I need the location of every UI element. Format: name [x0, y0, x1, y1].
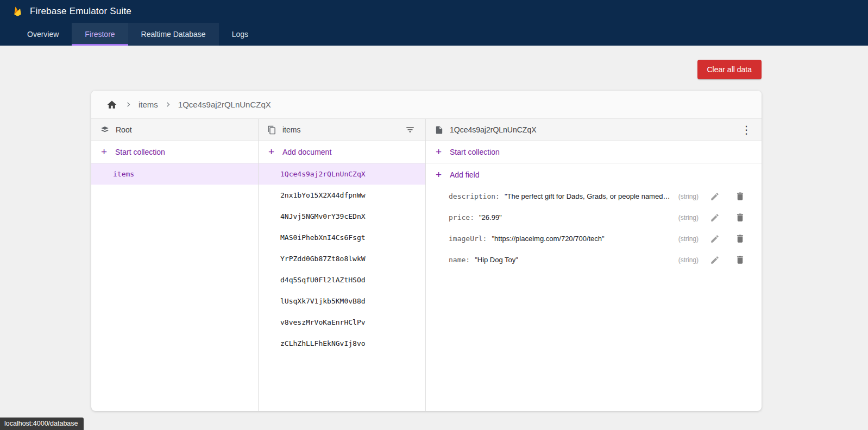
field-value: "26.99": [479, 213, 502, 222]
plus-icon: +: [268, 146, 275, 158]
main-content: Clear all data items 1Qce4s9aj2rQLnUnCZq…: [91, 60, 762, 411]
field-key: price:: [449, 213, 474, 222]
delete-field-button[interactable]: [731, 209, 749, 226]
root-panel-title: Root: [116, 125, 132, 134]
field-row: imageUrl: "https://placeimg.com/720/700/…: [426, 228, 762, 249]
edit-field-button[interactable]: [706, 209, 724, 226]
filter-documents-button[interactable]: [401, 121, 419, 138]
firestore-icon: [100, 125, 110, 135]
trash-icon: [735, 233, 745, 244]
collections-list: items: [91, 163, 258, 411]
add-field-button[interactable]: + Add field: [426, 163, 762, 186]
chevron-right-icon: [124, 100, 133, 109]
pencil-icon: [710, 234, 720, 244]
app-header: Firebase Emulator Suite Overview Firesto…: [0, 0, 868, 46]
trash-icon: [735, 255, 745, 265]
collection-panel: items + Add document 1Qce4s9aj2rQLnUnCZq…: [259, 119, 426, 411]
app-title: Firebase Emulator Suite: [30, 6, 131, 17]
start-collection-button[interactable]: + Start collection: [91, 141, 258, 163]
fields-list: description: "The perfect gift for Dads,…: [426, 186, 762, 270]
field-row: description: "The perfect gift for Dads,…: [426, 186, 762, 207]
document-item[interactable]: 4NJvj5NGMv0rY39cEDnX: [259, 206, 425, 227]
root-panel: Root + Start collection items: [91, 119, 259, 411]
document-panel-title: 1Qce4s9aj2rQLnUnCZqX: [450, 125, 537, 134]
chevron-right-icon: [163, 100, 173, 109]
trash-icon: [735, 212, 745, 223]
field-row: name: "Hip Dog Toy" (string): [426, 249, 762, 270]
doc-start-collection-label: Start collection: [450, 148, 500, 156]
field-type: (string): [671, 193, 699, 200]
document-icon: [435, 125, 444, 135]
tab-realtime-database[interactable]: Realtime Database: [128, 23, 219, 46]
collection-panel-title: items: [282, 125, 300, 134]
field-row: price: "26.99" (string): [426, 207, 762, 228]
collection-item[interactable]: items: [91, 163, 258, 185]
kebab-menu-icon: ⋮: [741, 124, 752, 135]
pencil-icon: [710, 192, 720, 201]
delete-field-button[interactable]: [731, 230, 749, 248]
edit-field-button[interactable]: [706, 251, 724, 269]
field-key: imageUrl:: [449, 235, 487, 243]
pencil-icon: [710, 213, 720, 223]
tab-logs[interactable]: Logs: [219, 23, 261, 46]
field-type: (string): [671, 214, 699, 222]
document-item[interactable]: YrPZdd0Gb87Zt8o8lwkW: [259, 248, 425, 269]
doc-start-collection-button[interactable]: + Start collection: [426, 141, 762, 163]
edit-field-button[interactable]: [706, 230, 724, 248]
field-type: (string): [671, 256, 699, 264]
add-document-button[interactable]: + Add document: [259, 141, 425, 163]
plus-icon: +: [435, 146, 442, 158]
document-item[interactable]: v8veszMrVoKaEnrHClPv: [259, 312, 425, 333]
add-document-label: Add document: [282, 148, 331, 156]
collection-icon: [267, 125, 276, 135]
clear-all-data-button[interactable]: Clear all data: [697, 60, 762, 79]
document-menu-button[interactable]: ⋮: [738, 121, 755, 138]
delete-field-button[interactable]: [731, 188, 749, 205]
edit-field-button[interactable]: [706, 188, 724, 205]
field-value: "https://placeimg.com/720/700/tech": [492, 235, 604, 243]
plus-icon: +: [100, 146, 108, 158]
start-collection-label: Start collection: [115, 148, 165, 156]
document-item[interactable]: MAS0iPhebXnI4Cs6Fsgt: [259, 227, 425, 248]
filter-icon: [405, 125, 415, 135]
delete-field-button[interactable]: [731, 251, 749, 269]
document-item[interactable]: 2nx1bYo15X2X44dfpnWw: [259, 185, 425, 206]
tab-overview[interactable]: Overview: [14, 23, 72, 46]
firebase-logo-icon: [12, 5, 23, 18]
document-item[interactable]: d4q5SqfU0Fl2lAZtHSOd: [259, 269, 425, 290]
field-key: description:: [449, 192, 500, 200]
trash-icon: [735, 191, 745, 201]
document-item[interactable]: lUsqXk7V1jkb5KM0vB8d: [259, 290, 425, 312]
document-item[interactable]: 1Qce4s9aj2rQLnUnCZqX: [259, 163, 425, 185]
documents-list: 1Qce4s9aj2rQLnUnCZqX 2nx1bYo15X2X44dfpnW…: [259, 163, 425, 411]
field-value: "Hip Dog Toy": [475, 256, 518, 264]
breadcrumb-document: 1Qce4s9aj2rQLnUnCZqX: [178, 100, 271, 109]
breadcrumb: items 1Qce4s9aj2rQLnUnCZqX: [91, 91, 762, 119]
plus-icon: +: [435, 169, 442, 181]
add-field-label: Add field: [450, 170, 479, 179]
breadcrumb-collection[interactable]: items: [139, 100, 158, 109]
pencil-icon: [710, 255, 720, 265]
tab-firestore[interactable]: Firestore: [72, 23, 128, 46]
field-value: "The perfect gift for Dads, Grads, or pe…: [505, 192, 671, 200]
home-icon[interactable]: [105, 98, 118, 111]
field-type: (string): [671, 235, 699, 243]
tab-bar: Overview Firestore Realtime Database Log…: [0, 23, 868, 46]
field-key: name:: [449, 256, 470, 264]
document-item[interactable]: zCLhZhLLFhEkNGvIj8vo: [259, 333, 425, 354]
firestore-panel: items 1Qce4s9aj2rQLnUnCZqX Root: [91, 91, 762, 411]
status-bar: localhost:4000/database: [0, 418, 84, 430]
document-panel: 1Qce4s9aj2rQLnUnCZqX ⋮ + Start collectio…: [426, 119, 762, 411]
